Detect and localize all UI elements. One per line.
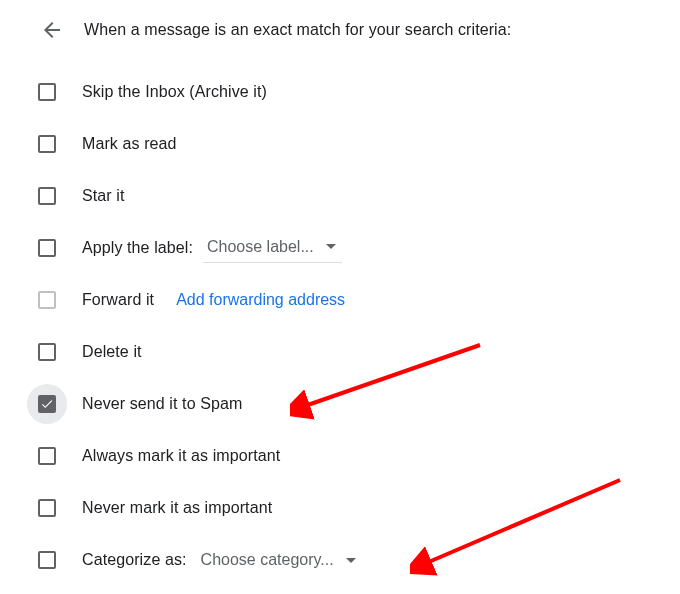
header-title: When a message is an exact match for you… xyxy=(84,21,511,39)
dropdown-choose-category-text: Choose category... xyxy=(201,551,334,569)
option-skip-inbox: Skip the Inbox (Archive it) xyxy=(38,66,660,118)
checkbox-mark-read[interactable] xyxy=(38,135,56,153)
label-skip-inbox: Skip the Inbox (Archive it) xyxy=(82,83,267,101)
label-star: Star it xyxy=(82,187,125,205)
checkbox-never-spam[interactable] xyxy=(38,395,56,413)
option-forward: Forward it Add forwarding address xyxy=(38,274,660,326)
option-never-important: Never mark it as important xyxy=(38,482,660,534)
option-star: Star it xyxy=(38,170,660,222)
checkbox-apply-label[interactable] xyxy=(38,239,56,257)
label-mark-read: Mark as read xyxy=(82,135,177,153)
checkbox-skip-inbox[interactable] xyxy=(38,83,56,101)
option-categorize: Categorize as: Choose category... xyxy=(38,534,660,586)
option-always-important: Always mark it as important xyxy=(38,430,660,482)
filter-options-list: Skip the Inbox (Archive it) Mark as read… xyxy=(0,54,680,586)
caret-down-icon xyxy=(326,244,336,249)
label-never-important: Never mark it as important xyxy=(82,499,272,517)
option-apply-label: Apply the label: Choose label... xyxy=(38,222,660,274)
checkbox-always-important[interactable] xyxy=(38,447,56,465)
label-forward: Forward it xyxy=(82,291,154,309)
dropdown-choose-label[interactable]: Choose label... xyxy=(203,234,342,263)
checkbox-delete[interactable] xyxy=(38,343,56,361)
link-add-forwarding[interactable]: Add forwarding address xyxy=(176,291,345,309)
dropdown-choose-label-text: Choose label... xyxy=(207,238,314,256)
label-categorize: Categorize as: xyxy=(82,551,187,569)
checkbox-categorize[interactable] xyxy=(38,551,56,569)
option-mark-read: Mark as read xyxy=(38,118,660,170)
caret-down-icon xyxy=(346,558,356,563)
label-always-important: Always mark it as important xyxy=(82,447,280,465)
option-never-spam: Never send it to Spam xyxy=(38,378,660,430)
header-row: When a message is an exact match for you… xyxy=(0,0,680,54)
checkbox-never-important[interactable] xyxy=(38,499,56,517)
label-apply-label: Apply the label: xyxy=(82,239,193,257)
arrow-left-icon xyxy=(40,18,64,42)
checkbox-star[interactable] xyxy=(38,187,56,205)
dropdown-choose-category[interactable]: Choose category... xyxy=(197,547,362,573)
checkbox-forward[interactable] xyxy=(38,291,56,309)
label-never-spam: Never send it to Spam xyxy=(82,395,242,413)
back-button[interactable] xyxy=(40,18,64,42)
label-delete: Delete it xyxy=(82,343,142,361)
option-delete: Delete it xyxy=(38,326,660,378)
